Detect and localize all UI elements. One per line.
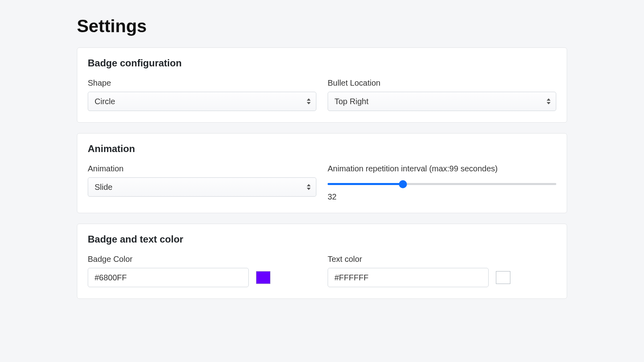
- bullet-location-field: Bullet Location Top Right: [328, 78, 556, 111]
- animation-interval-field: Animation repetition interval (max:99 se…: [328, 164, 556, 202]
- text-color-input[interactable]: [328, 268, 489, 287]
- animation-type-field: Animation Slide: [88, 164, 316, 202]
- text-color-field: Text color: [328, 255, 556, 287]
- badge-config-card: Badge configuration Shape Circle Bullet …: [77, 47, 567, 123]
- shape-select[interactable]: Circle: [88, 92, 316, 111]
- bullet-location-select[interactable]: Top Right: [328, 92, 556, 111]
- shape-field: Shape Circle: [88, 78, 316, 111]
- shape-label: Shape: [88, 78, 316, 88]
- animation-interval-label: Animation repetition interval (max:99 se…: [328, 164, 556, 173]
- badge-color-field: Badge Color: [88, 255, 316, 287]
- animation-title: Animation: [88, 143, 556, 154]
- animation-type-label: Animation: [88, 164, 316, 173]
- animation-card: Animation Animation Slide Animation repe…: [77, 133, 567, 213]
- text-color-swatch[interactable]: [496, 271, 510, 284]
- badge-color-label: Badge Color: [88, 255, 316, 264]
- bullet-location-label: Bullet Location: [328, 78, 556, 88]
- badge-color-input[interactable]: [88, 268, 249, 287]
- animation-interval-value: 32: [328, 192, 556, 202]
- settings-page: Settings Badge configuration Shape Circl…: [53, 16, 591, 299]
- page-title: Settings: [77, 16, 567, 36]
- badge-config-title: Badge configuration: [88, 58, 556, 69]
- animation-type-select[interactable]: Slide: [88, 177, 316, 197]
- animation-interval-slider[interactable]: [328, 183, 556, 185]
- colors-card: Badge and text color Badge Color Text co…: [77, 224, 567, 299]
- badge-color-swatch[interactable]: [256, 271, 270, 284]
- colors-title: Badge and text color: [88, 234, 556, 245]
- text-color-label: Text color: [328, 255, 556, 264]
